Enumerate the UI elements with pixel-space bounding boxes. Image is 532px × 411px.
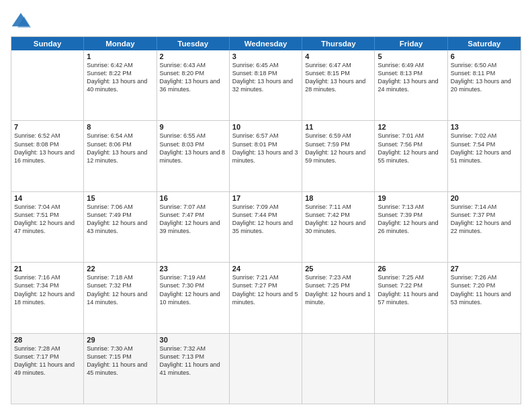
calendar-cell-11: 11 Sunrise: 6:59 AMSunset: 7:59 PMDaylig… <box>302 121 375 191</box>
calendar-cell-19: 19 Sunrise: 7:13 AMSunset: 7:39 PMDaylig… <box>375 192 447 262</box>
cell-info: Sunrise: 7:06 AMSunset: 7:49 PMDaylight:… <box>87 203 153 236</box>
calendar-cell-2: 2 Sunrise: 6:43 AMSunset: 8:20 PMDayligh… <box>157 50 230 120</box>
cell-info: Sunrise: 6:45 AMSunset: 8:18 PMDaylight:… <box>232 61 299 94</box>
day-number: 28 <box>14 336 81 344</box>
calendar-cell-empty-4-4 <box>302 334 375 404</box>
day-number: 10 <box>232 123 299 131</box>
calendar-cell-18: 18 Sunrise: 7:11 AMSunset: 7:42 PMDaylig… <box>302 192 375 262</box>
day-number: 15 <box>87 194 153 202</box>
calendar-cell-9: 9 Sunrise: 6:55 AMSunset: 8:03 PMDayligh… <box>157 121 230 191</box>
day-number: 29 <box>87 336 153 344</box>
cell-info: Sunrise: 6:54 AMSunset: 8:06 PMDaylight:… <box>87 132 153 165</box>
day-number: 25 <box>305 265 371 273</box>
calendar-cell-21: 21 Sunrise: 7:16 AMSunset: 7:34 PMDaylig… <box>11 263 84 332</box>
calendar-cell-25: 25 Sunrise: 7:23 AMSunset: 7:25 PMDaylig… <box>302 263 375 332</box>
day-number: 16 <box>160 194 226 202</box>
day-number: 13 <box>451 123 518 131</box>
calendar-cell-3: 3 Sunrise: 6:45 AMSunset: 8:18 PMDayligh… <box>230 50 302 120</box>
calendar-cell-4: 4 Sunrise: 6:47 AMSunset: 8:15 PMDayligh… <box>302 50 375 120</box>
header-day-tuesday: Tuesday <box>157 37 230 50</box>
calendar-cell-empty-4-6 <box>448 334 521 404</box>
cell-info: Sunrise: 7:16 AMSunset: 7:34 PMDaylight:… <box>14 273 81 306</box>
header-day-saturday: Saturday <box>448 37 521 50</box>
cell-info: Sunrise: 7:01 AMSunset: 7:56 PMDaylight:… <box>378 132 444 165</box>
day-number: 26 <box>378 265 444 273</box>
calendar-cell-28: 28 Sunrise: 7:28 AMSunset: 7:17 PMDaylig… <box>11 334 84 404</box>
calendar-cell-6: 6 Sunrise: 6:50 AMSunset: 8:11 PMDayligh… <box>448 50 521 120</box>
cell-info: Sunrise: 7:28 AMSunset: 7:17 PMDaylight:… <box>14 345 81 377</box>
day-number: 4 <box>305 52 371 60</box>
calendar-row-4: 21 Sunrise: 7:16 AMSunset: 7:34 PMDaylig… <box>11 262 521 332</box>
day-number: 24 <box>232 265 299 273</box>
calendar-cell-22: 22 Sunrise: 7:18 AMSunset: 7:32 PMDaylig… <box>84 263 157 332</box>
cell-info: Sunrise: 7:14 AMSunset: 7:37 PMDaylight:… <box>451 203 518 236</box>
calendar-cell-12: 12 Sunrise: 7:01 AMSunset: 7:56 PMDaylig… <box>375 121 447 191</box>
calendar-cell-15: 15 Sunrise: 7:06 AMSunset: 7:49 PMDaylig… <box>84 192 157 262</box>
calendar-cell-8: 8 Sunrise: 6:54 AMSunset: 8:06 PMDayligh… <box>84 121 157 191</box>
day-number: 19 <box>378 194 444 202</box>
cell-info: Sunrise: 7:30 AMSunset: 7:15 PMDaylight:… <box>87 345 153 377</box>
calendar-cell-14: 14 Sunrise: 7:04 AMSunset: 7:51 PMDaylig… <box>11 192 84 262</box>
day-number: 23 <box>160 265 226 273</box>
cell-info: Sunrise: 6:57 AMSunset: 8:01 PMDaylight:… <box>232 132 299 165</box>
header-day-friday: Friday <box>375 37 447 50</box>
cell-info: Sunrise: 7:32 AMSunset: 7:13 PMDaylight:… <box>160 345 226 377</box>
calendar-cell-17: 17 Sunrise: 7:09 AMSunset: 7:44 PMDaylig… <box>230 192 302 262</box>
calendar-row-2: 7 Sunrise: 6:52 AMSunset: 8:08 PMDayligh… <box>11 120 521 191</box>
day-number: 2 <box>160 52 226 60</box>
cell-info: Sunrise: 7:13 AMSunset: 7:39 PMDaylight:… <box>378 203 444 236</box>
calendar-cell-empty-4-3 <box>230 334 302 404</box>
calendar-cell-7: 7 Sunrise: 6:52 AMSunset: 8:08 PMDayligh… <box>11 121 84 191</box>
cell-info: Sunrise: 7:19 AMSunset: 7:30 PMDaylight:… <box>160 273 226 306</box>
day-number: 1 <box>87 52 153 60</box>
cell-info: Sunrise: 7:21 AMSunset: 7:27 PMDaylight:… <box>232 273 299 306</box>
calendar-header: SundayMondayTuesdayWednesdayThursdayFrid… <box>11 37 521 50</box>
cell-info: Sunrise: 6:43 AMSunset: 8:20 PMDaylight:… <box>160 61 226 94</box>
header-day-thursday: Thursday <box>302 37 375 50</box>
calendar-cell-26: 26 Sunrise: 7:25 AMSunset: 7:22 PMDaylig… <box>375 263 447 332</box>
logo-icon <box>11 11 31 31</box>
day-number: 9 <box>160 123 226 131</box>
day-number: 12 <box>378 123 444 131</box>
calendar-cell-13: 13 Sunrise: 7:02 AMSunset: 7:54 PMDaylig… <box>448 121 521 191</box>
day-number: 7 <box>14 123 81 131</box>
calendar-row-3: 14 Sunrise: 7:04 AMSunset: 7:51 PMDaylig… <box>11 191 521 262</box>
day-number: 30 <box>160 336 226 344</box>
cell-info: Sunrise: 7:18 AMSunset: 7:32 PMDaylight:… <box>87 273 153 306</box>
cell-info: Sunrise: 7:11 AMSunset: 7:42 PMDaylight:… <box>305 203 371 236</box>
calendar-cell-23: 23 Sunrise: 7:19 AMSunset: 7:30 PMDaylig… <box>157 263 230 332</box>
cell-info: Sunrise: 7:07 AMSunset: 7:47 PMDaylight:… <box>160 203 226 236</box>
cell-info: Sunrise: 7:09 AMSunset: 7:44 PMDaylight:… <box>232 203 299 236</box>
cell-info: Sunrise: 6:59 AMSunset: 7:59 PMDaylight:… <box>305 132 371 165</box>
cell-info: Sunrise: 7:04 AMSunset: 7:51 PMDaylight:… <box>14 203 81 236</box>
calendar-cell-1: 1 Sunrise: 6:42 AMSunset: 8:22 PMDayligh… <box>84 50 157 120</box>
calendar-cell-29: 29 Sunrise: 7:30 AMSunset: 7:15 PMDaylig… <box>84 334 157 404</box>
day-number: 20 <box>451 194 518 202</box>
calendar-cell-27: 27 Sunrise: 7:26 AMSunset: 7:20 PMDaylig… <box>448 263 521 332</box>
calendar-cell-16: 16 Sunrise: 7:07 AMSunset: 7:47 PMDaylig… <box>157 192 230 262</box>
page-header <box>11 11 521 31</box>
day-number: 18 <box>305 194 371 202</box>
day-number: 14 <box>14 194 81 202</box>
cell-info: Sunrise: 6:49 AMSunset: 8:13 PMDaylight:… <box>378 61 444 94</box>
calendar-row-1: 1 Sunrise: 6:42 AMSunset: 8:22 PMDayligh… <box>11 50 521 120</box>
calendar-cell-10: 10 Sunrise: 6:57 AMSunset: 8:01 PMDaylig… <box>230 121 302 191</box>
day-number: 8 <box>87 123 153 131</box>
calendar-cell-20: 20 Sunrise: 7:14 AMSunset: 7:37 PMDaylig… <box>448 192 521 262</box>
calendar-cell-24: 24 Sunrise: 7:21 AMSunset: 7:27 PMDaylig… <box>230 263 302 332</box>
day-number: 27 <box>451 265 518 273</box>
day-number: 22 <box>87 265 153 273</box>
cell-info: Sunrise: 6:55 AMSunset: 8:03 PMDaylight:… <box>160 132 226 165</box>
calendar: SundayMondayTuesdayWednesdayThursdayFrid… <box>11 36 521 404</box>
cell-info: Sunrise: 7:02 AMSunset: 7:54 PMDaylight:… <box>451 132 518 165</box>
logo <box>11 11 34 31</box>
day-number: 11 <box>305 123 371 131</box>
cell-info: Sunrise: 7:25 AMSunset: 7:22 PMDaylight:… <box>378 273 444 306</box>
cell-info: Sunrise: 6:50 AMSunset: 8:11 PMDaylight:… <box>451 61 518 94</box>
cell-info: Sunrise: 6:42 AMSunset: 8:22 PMDaylight:… <box>87 61 153 94</box>
calendar-row-5: 28 Sunrise: 7:28 AMSunset: 7:17 PMDaylig… <box>11 333 521 404</box>
calendar-body: 1 Sunrise: 6:42 AMSunset: 8:22 PMDayligh… <box>11 50 521 404</box>
day-number: 21 <box>14 265 81 273</box>
cell-info: Sunrise: 7:23 AMSunset: 7:25 PMDaylight:… <box>305 273 371 306</box>
header-day-sunday: Sunday <box>11 37 84 50</box>
